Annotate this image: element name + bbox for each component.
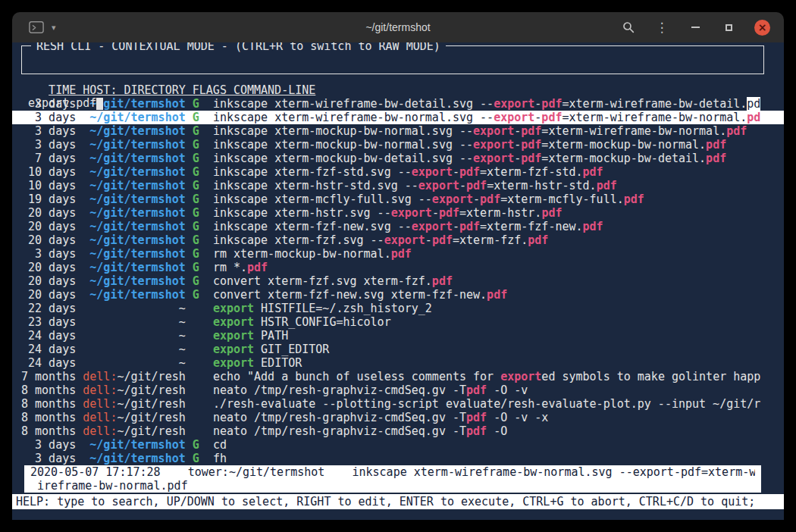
close-icon: × xyxy=(758,22,767,33)
restore-button[interactable] xyxy=(721,20,736,35)
detail-line-2: ireframe-bw-normal.pdf xyxy=(30,479,755,493)
history-row[interactable]: 3 days ~/git/termshot G rm xterm-mockup-… xyxy=(12,247,784,261)
terminal-content: RESH CLI - CONTEXTUAL MODE - (CTRL+R to … xyxy=(12,42,784,520)
search-input[interactable]: export pdf xyxy=(28,96,757,110)
close-button[interactable]: × xyxy=(754,20,770,36)
titlebar: ▾ ~/git/termshot ⋮ × xyxy=(12,12,784,42)
history-row[interactable]: 24 days ~ export PATH xyxy=(12,329,784,343)
history-row[interactable]: 20 days ~/git/termshot G rm *.pdf xyxy=(12,261,784,274)
minimize-icon xyxy=(691,27,700,28)
history-row[interactable]: 22 days ~ export HISTFILE=~/.zsh_history… xyxy=(12,302,784,315)
history-row[interactable]: 20 days ~/git/termshot G inkscape xterm-… xyxy=(12,206,784,220)
minimize-button[interactable] xyxy=(688,20,703,35)
text-cursor-block xyxy=(96,98,103,110)
history-row[interactable]: 3 days ~/git/termshot G fh xyxy=(12,452,784,465)
history-row[interactable]: 24 days ~ export GIT_EDITOR xyxy=(12,343,784,356)
history-row[interactable]: 10 days ~/git/termshot G inkscape xterm-… xyxy=(12,165,784,179)
desktop: { "window": { "title": "~/git/termshot" … xyxy=(0,0,796,532)
caret-down-icon[interactable]: ▾ xyxy=(52,23,56,32)
history-row[interactable]: 8 months dell:~/git/resh neato /tmp/resh… xyxy=(12,424,784,438)
search-query-text: export pdf xyxy=(28,96,96,110)
history-row[interactable]: 7 months dell:~/git/resh echo "Add a bun… xyxy=(12,370,784,383)
history-row[interactable]: 23 days ~ export HSTR_CONFIG=hicolor xyxy=(12,315,784,329)
history-row[interactable]: 20 days ~/git/termshot G convert xterm-f… xyxy=(12,288,784,302)
history-row[interactable]: 7 days ~/git/termshot G inkscape xterm-m… xyxy=(12,152,784,165)
history-row[interactable]: 24 days ~ export EDITOR xyxy=(12,356,784,370)
history-row[interactable]: 20 days ~/git/termshot G inkscape xterm-… xyxy=(12,220,784,233)
detail-line-1: 2020-05-07 17:17:28 tower:~/git/termshot… xyxy=(30,465,755,479)
terminal-window: ▾ ~/git/termshot ⋮ × RESH CLI - CONTEXTU… xyxy=(12,12,784,520)
history-row[interactable]: 8 months dell:~/git/resh ./resh-evaluate… xyxy=(12,397,784,411)
kebab-menu-icon[interactable]: ⋮ xyxy=(654,20,669,35)
history-row[interactable]: 8 months dell:~/git/resh neato /tmp/resh… xyxy=(12,383,784,397)
help-bar: HELP: type to search, UP/DOWN to select,… xyxy=(12,494,784,509)
new-tab-icon[interactable] xyxy=(29,20,44,35)
history-row[interactable]: 3 days ~/git/termshot G cd xyxy=(12,438,784,452)
search-box: RESH CLI - CONTEXTUAL MODE - (CTRL+R to … xyxy=(21,45,764,74)
detail-box: 2020-05-07 17:17:28 tower:~/git/termshot… xyxy=(24,465,761,493)
history-row[interactable]: 3 days ~/git/termshot G inkscape xterm-m… xyxy=(12,138,784,152)
history-row[interactable]: 8 months dell:~/git/resh neato /tmp/resh… xyxy=(12,411,784,424)
search-box-title: RESH CLI - CONTEXTUAL MODE - (CTRL+R to … xyxy=(31,42,446,53)
history-row[interactable]: 20 days ~/git/termshot G inkscape xterm-… xyxy=(12,233,784,247)
history-row[interactable]: 10 days ~/git/termshot G inkscape xterm-… xyxy=(12,179,784,192)
history-row[interactable]: 20 days ~/git/termshot G convert xterm-f… xyxy=(12,274,784,288)
search-icon[interactable] xyxy=(621,20,636,35)
restore-icon xyxy=(725,24,732,31)
history-list: 3 days ~/git/termshot G inkscape xterm-w… xyxy=(12,97,784,465)
history-row[interactable]: 19 days ~/git/termshot G inkscape xterm-… xyxy=(12,192,784,206)
